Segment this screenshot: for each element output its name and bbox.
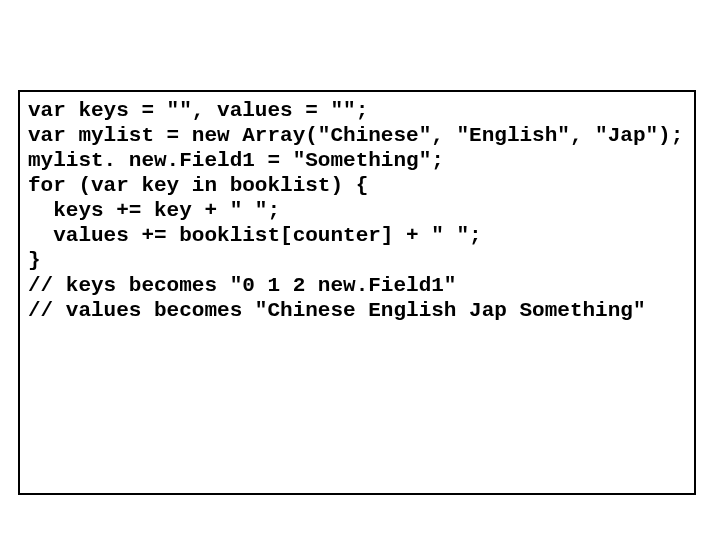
code-line: }	[28, 248, 686, 273]
code-box: var keys = "", values = ""; var mylist =…	[18, 90, 696, 495]
code-line: mylist. new.Field1 = "Something";	[28, 148, 686, 173]
code-line: keys += key + " ";	[28, 198, 686, 223]
code-line: values += booklist[counter] + " ";	[28, 223, 686, 248]
code-line: // values becomes "Chinese English Jap S…	[28, 298, 686, 323]
code-line: // keys becomes "0 1 2 new.Field1"	[28, 273, 686, 298]
code-line: for (var key in booklist) {	[28, 173, 686, 198]
code-line: var keys = "", values = "";	[28, 98, 686, 123]
code-line: var mylist = new Array("Chinese", "Engli…	[28, 123, 686, 148]
